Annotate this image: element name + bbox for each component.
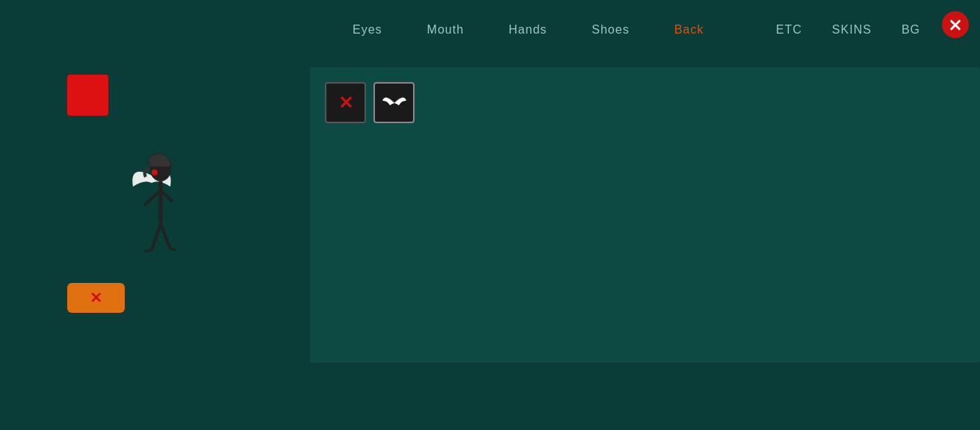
close-button[interactable] xyxy=(942,11,969,38)
svg-line-8 xyxy=(170,249,176,250)
nav-back[interactable]: Back xyxy=(674,23,704,37)
svg-point-1 xyxy=(152,169,158,175)
nav-shoes[interactable]: Shoes xyxy=(592,23,629,37)
remove-icon: ✕ xyxy=(90,289,102,307)
nav-skins[interactable]: SKINS xyxy=(832,23,872,37)
character-preview xyxy=(129,146,196,275)
item-none[interactable]: ✕ xyxy=(325,82,366,123)
right-navigation: ETC SKINS BG xyxy=(776,0,920,60)
color-swatch[interactable] xyxy=(67,75,108,116)
nav-bg[interactable]: BG xyxy=(902,23,920,37)
item-wing[interactable] xyxy=(373,82,415,123)
left-panel: ✕ xyxy=(0,0,310,430)
none-icon: ✕ xyxy=(338,93,353,113)
nav-etc[interactable]: ETC xyxy=(776,23,802,37)
svg-line-3 xyxy=(144,190,161,205)
nav-hands[interactable]: Hands xyxy=(509,23,547,37)
svg-line-6 xyxy=(161,224,170,249)
wing-icon xyxy=(381,95,408,111)
remove-button[interactable]: ✕ xyxy=(67,283,125,313)
nav-mouth[interactable]: Mouth xyxy=(427,23,464,37)
nav-eyes[interactable]: Eyes xyxy=(353,23,382,37)
svg-line-5 xyxy=(152,224,161,250)
svg-line-7 xyxy=(144,250,152,252)
main-content-panel: ✕ xyxy=(310,67,980,363)
